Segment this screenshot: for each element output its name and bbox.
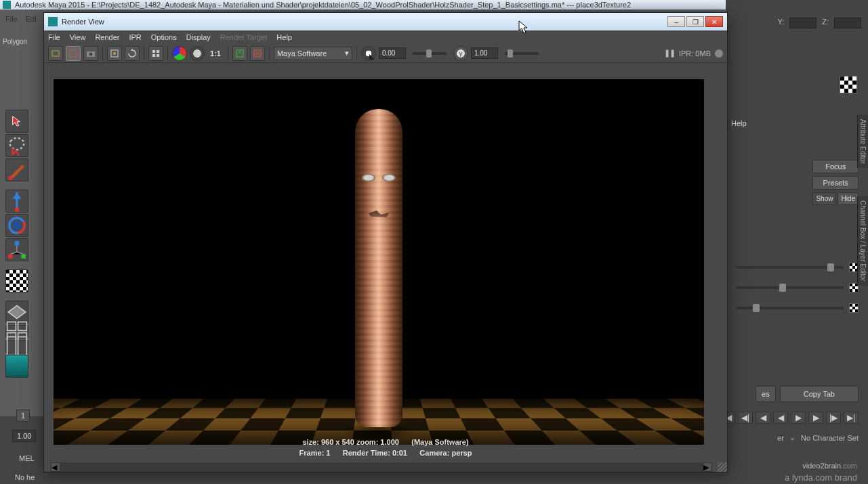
scale-1-1-label[interactable]: 1:1 — [210, 49, 221, 58]
move-tool-icon[interactable] — [5, 190, 28, 213]
sculpture-mouth — [369, 211, 389, 217]
resize-grip-icon[interactable] — [718, 462, 727, 472]
no-character-set-label[interactable]: No Character Set — [801, 434, 859, 442]
svg-point-4 — [13, 221, 22, 230]
svg-rect-22 — [157, 54, 159, 57]
menu-edit-truncated[interactable]: Edi — [26, 15, 37, 23]
gamma-field[interactable]: 1.00 — [471, 47, 498, 59]
current-frame-field[interactable]: 1.00 — [12, 430, 36, 442]
watermark-brand: video2brain.com — [802, 456, 857, 472]
maya-home-icon[interactable] — [5, 355, 28, 378]
watermark-tagline: a lynda.com brand — [785, 472, 857, 483]
render-region-icon[interactable] — [66, 46, 81, 61]
rv-minimize-button[interactable]: – — [667, 16, 685, 27]
channel-box-tab[interactable]: Channel Box / Layer Editor — [857, 196, 868, 286]
coord-y-field[interactable] — [789, 18, 817, 28]
svg-rect-19 — [152, 50, 155, 53]
rv-menu-ipr[interactable]: IPR — [129, 33, 141, 41]
exposure-icon[interactable] — [361, 46, 376, 61]
rv-close-button[interactable]: ✕ — [705, 16, 723, 27]
es-button-truncated[interactable]: es — [756, 386, 776, 402]
focus-button[interactable]: Focus — [812, 160, 859, 173]
menu-file[interactable]: File — [5, 15, 18, 23]
rv-menu-render-target: Render Target — [220, 33, 268, 41]
show-button[interactable]: Show — [812, 192, 836, 205]
remove-image-icon[interactable] — [250, 46, 265, 61]
svg-point-1 — [15, 208, 19, 212]
rgb-channels-icon[interactable] — [172, 46, 187, 61]
render-view-menubar: File View Render IPR Options Display Ren… — [44, 30, 727, 44]
status-bar-text: No he — [15, 473, 35, 481]
snapshot-icon[interactable] — [83, 46, 98, 61]
attr-slider-2[interactable] — [737, 286, 844, 289]
paint-select-tool-icon[interactable] — [5, 158, 28, 181]
main-menubar: File Edi — [5, 15, 37, 23]
refresh-ipr-icon[interactable] — [125, 46, 140, 61]
rv-menu-help[interactable]: Help — [276, 33, 292, 41]
svg-rect-8 — [7, 322, 16, 331]
play-back-icon[interactable]: ◀ — [773, 412, 788, 424]
snap-tool-icon[interactable] — [5, 301, 28, 324]
ipr-memory-label: IPR: 0MB — [679, 49, 711, 58]
keep-image-icon[interactable] — [232, 46, 247, 61]
hide-button[interactable]: Hide — [838, 192, 859, 205]
scale-tool-icon[interactable] — [5, 238, 28, 261]
help-menu[interactable]: Help — [731, 119, 747, 127]
coord-z-field[interactable] — [834, 18, 861, 28]
exposure-slider[interactable] — [413, 52, 447, 55]
horizontal-scrollbar[interactable]: ◀ ▶ — [51, 462, 712, 472]
render-view-titlebar[interactable]: Render View – ❐ ✕ — [44, 13, 727, 30]
play-fwd-icon[interactable]: ▶ — [791, 412, 806, 424]
rv-menu-file[interactable]: File — [48, 33, 60, 41]
select-tool-icon[interactable] — [5, 110, 28, 133]
svg-rect-5 — [15, 241, 19, 245]
step-back-icon[interactable]: ◀| — [738, 412, 753, 424]
render-time-label: Render Time: 0:01 — [343, 449, 407, 457]
next-key-icon[interactable]: ▶ — [808, 412, 823, 424]
render-view-title: Render View — [62, 18, 667, 26]
timeline-frame-tick[interactable]: 1 — [16, 410, 30, 422]
render-settings-icon[interactable] — [148, 46, 163, 61]
lasso-tool-icon[interactable] — [5, 134, 28, 157]
ipr-status-dot-icon — [715, 49, 723, 58]
svg-rect-6 — [8, 254, 12, 258]
gamma-slider[interactable] — [505, 52, 539, 55]
svg-rect-12 — [7, 337, 16, 357]
er-label-truncated: er — [777, 434, 784, 442]
shelf-tab-polygon[interactable]: Polygon — [0, 37, 41, 47]
rv-menu-view[interactable]: View — [70, 33, 86, 41]
attr-slider-1[interactable] — [737, 266, 844, 269]
rv-menu-render[interactable]: Render — [95, 33, 119, 41]
renderer-dropdown[interactable]: Maya Software ▾ — [274, 47, 352, 60]
render-view-toolbar: 1:1 Maya Software ▾ 0.00 γ 1.00 ❚❚ IPR: … — [44, 44, 727, 63]
uv-texture-tool-icon[interactable] — [5, 269, 28, 292]
step-fwd-icon[interactable]: |▶ — [826, 412, 841, 424]
scroll-right-icon[interactable]: ▶ — [703, 462, 712, 472]
map-button-icon[interactable] — [849, 303, 859, 313]
rv-menu-options[interactable]: Options — [151, 33, 177, 41]
ipr-render-icon[interactable] — [107, 46, 122, 61]
rotate-tool-icon[interactable] — [5, 214, 28, 237]
scroll-left-icon[interactable]: ◀ — [51, 462, 60, 472]
layout-two-icon[interactable] — [5, 340, 28, 353]
presets-button[interactable]: Presets — [812, 176, 859, 190]
svg-rect-14 — [70, 50, 77, 57]
rv-maximize-button[interactable]: ❐ — [686, 16, 704, 27]
texture-swatch-icon[interactable] — [840, 76, 857, 93]
attribute-editor-tab[interactable]: Attribute Editor — [857, 115, 868, 168]
watermark-text: video2brain — [802, 462, 841, 470]
redo-render-icon[interactable] — [48, 46, 63, 61]
pause-ipr-icon[interactable]: ❚❚ — [664, 49, 675, 58]
rv-menu-display[interactable]: Display — [186, 33, 211, 41]
alpha-channel-icon[interactable] — [190, 46, 205, 61]
prev-key-icon[interactable]: ◀ — [756, 412, 770, 424]
go-end-icon[interactable]: ▶| — [844, 412, 859, 424]
charset-chevron-icon[interactable]: ⌄ — [789, 433, 795, 442]
render-output-image[interactable] — [54, 79, 704, 445]
attr-slider-3[interactable] — [737, 307, 844, 309]
sculpture-eye-right — [382, 174, 396, 181]
exposure-field[interactable]: 0.00 — [379, 47, 406, 59]
copy-tab-button[interactable]: Copy Tab — [780, 386, 859, 402]
svg-rect-7 — [21, 254, 25, 258]
gamma-icon[interactable]: γ — [453, 46, 468, 61]
